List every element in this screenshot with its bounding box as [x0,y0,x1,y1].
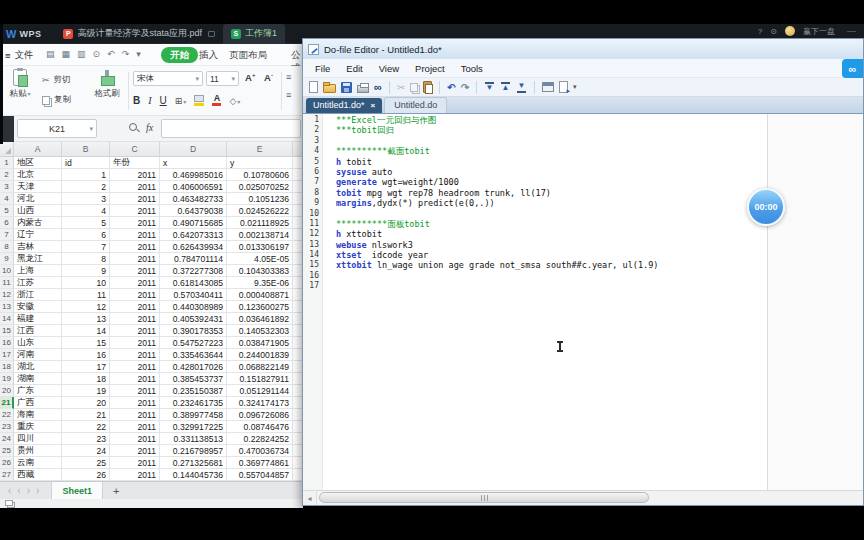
cell-A10[interactable]: 上海 [14,265,62,277]
cell-E26[interactable]: 0.369774861 [227,457,293,469]
cell-D11[interactable]: 0.618143085 [160,277,227,289]
close-icon[interactable]: × [371,101,376,110]
font-name-select[interactable]: 宋体▾ [133,71,203,86]
cell-D16[interactable]: 0.547527223 [160,337,227,349]
sheet-prev-icon[interactable]: ‹ [17,485,20,496]
cell-D10[interactable]: 0.372277308 [160,265,227,277]
row-header-16[interactable]: 16 [0,337,14,349]
cell-A16[interactable]: 山东 [14,337,62,349]
cell-B2[interactable]: 1 [62,169,110,181]
row-header-7[interactable]: 7 [0,229,14,241]
row-header-24[interactable]: 24 [0,433,14,445]
recording-timer-overlay[interactable]: 00:00 [747,188,785,226]
cell-B25[interactable]: 24 [62,445,110,457]
execute-do-button[interactable]: ▼ [516,81,527,93]
redo-button[interactable]: ↷ [461,82,469,93]
cell-C13[interactable]: 2011 [110,301,160,313]
cell-B18[interactable]: 17 [62,361,110,373]
copy-button[interactable]: 复制 [42,94,71,106]
row-header-21[interactable]: 21 [0,397,14,409]
cell-D24[interactable]: 0.331138513 [160,433,227,445]
cell-E8[interactable]: 0.013306197 [227,241,293,253]
user-avatar[interactable] [785,26,795,36]
print-icon[interactable]: ▥ [77,49,86,59]
sheet-first-icon[interactable]: ‹ [8,485,11,496]
cell-A19[interactable]: 湖南 [14,373,62,385]
cell-E11[interactable]: 9.35E-06 [227,277,293,289]
cell-D15[interactable]: 0.390178353 [160,325,227,337]
cell-B9[interactable]: 8 [62,253,110,265]
save-button[interactable] [341,82,352,93]
cell-A22[interactable]: 海南 [14,409,62,421]
cell-E18[interactable]: 0.068822149 [227,361,293,373]
cell-D14[interactable]: 0.405392431 [160,313,227,325]
decrease-font-button[interactable]: A- [264,72,273,83]
cell-A8[interactable]: 吉林 [14,241,62,253]
cell-E13[interactable]: 0.123600275 [227,301,293,313]
cell-B6[interactable]: 5 [62,217,110,229]
row-header-8[interactable]: 8 [0,241,14,253]
cell-D17[interactable]: 0.335463644 [160,349,227,361]
cell-B21[interactable]: 20 [62,397,110,409]
cell-E14[interactable]: 0.036461892 [227,313,293,325]
more-icon[interactable]: ▾ [136,49,141,59]
menu-tools[interactable]: Tools [453,63,491,74]
cell-B15[interactable]: 14 [62,325,110,337]
cell-C8[interactable]: 2011 [110,241,160,253]
row-header-25[interactable]: 25 [0,445,14,457]
pdf-tab-badge-icon[interactable] [208,31,215,37]
column-header-D[interactable]: D [160,142,227,156]
cell-A4[interactable]: 河北 [14,193,62,205]
row-header-20[interactable]: 20 [0,385,14,397]
cell-E12[interactable]: 0.000408871 [227,289,293,301]
cell-C11[interactable]: 2011 [110,277,160,289]
cell-A13[interactable]: 安徽 [14,301,62,313]
minimize-icon[interactable]: — [847,26,856,36]
cell-E25[interactable]: 0.470036734 [227,445,293,457]
cell-C24[interactable]: 2011 [110,433,160,445]
formula-input[interactable] [161,119,301,138]
cell-D19[interactable]: 0.385453737 [160,373,227,385]
font-size-select[interactable]: 11▾ [206,71,239,86]
row-header-15[interactable]: 15 [0,325,14,337]
cell-C16[interactable]: 2011 [110,337,160,349]
cell-A11[interactable]: 江苏 [14,277,62,289]
cell-A17[interactable]: 河南 [14,349,62,361]
screen-share-overlay-icon[interactable]: ∞ [842,59,863,78]
cell-A14[interactable]: 福建 [14,313,62,325]
font-color-button[interactable]: A [212,94,221,106]
row-header-10[interactable]: 10 [0,265,14,277]
cell-B23[interactable]: 22 [62,421,110,433]
open-file-button[interactable] [323,82,336,93]
paste-button[interactable]: 粘贴▾ [2,69,38,100]
cell-B11[interactable]: 10 [62,277,110,289]
cell-B13[interactable]: 12 [62,301,110,313]
row-header-12[interactable]: 12 [0,289,14,301]
cell-B5[interactable]: 4 [62,205,110,217]
tab-workbook[interactable]: S 工作簿1 [223,24,285,44]
add-sheet-button[interactable]: + [113,485,119,497]
tab-pdf-document[interactable]: P 高级计量经济学及stata应用.pdf [55,24,223,44]
format-painter-button[interactable]: 格式刷 [92,70,122,100]
cell-C17[interactable]: 2011 [110,349,160,361]
cell-E19[interactable]: 0.151827911 [227,373,293,385]
find-button[interactable]: ∞ [374,81,382,93]
scrollbar-thumb[interactable] [319,492,649,503]
row-header-17[interactable]: 17 [0,349,14,361]
cell-A21[interactable]: 广西 [14,397,62,409]
cell-E17[interactable]: 0.244001839 [227,349,293,361]
cell-E7[interactable]: 0.002138714 [227,229,293,241]
bold-button[interactable]: B [133,95,140,106]
cell-C15[interactable]: 2011 [110,325,160,337]
cell-C1[interactable]: 年份 [110,157,160,169]
print-button[interactable] [357,82,369,93]
cell-A1[interactable]: 地区 [14,157,62,169]
file-menu[interactable]: ≡文件 [5,49,34,62]
cell-A18[interactable]: 湖北 [14,361,62,373]
cell-A12[interactable]: 浙江 [14,289,62,301]
cell-C18[interactable]: 2011 [110,361,160,373]
cell-B20[interactable]: 19 [62,385,110,397]
cell-A25[interactable]: 贵州 [14,445,62,457]
cell-D6[interactable]: 0.490715685 [160,217,227,229]
execute-up-button[interactable]: ▲ [500,81,511,93]
